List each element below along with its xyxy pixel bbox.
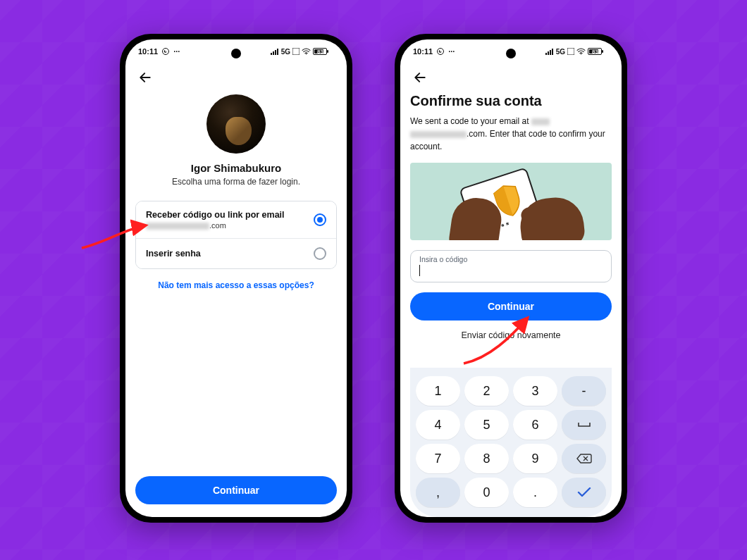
- svg-point-14: [581, 54, 581, 54]
- svg-rect-11: [550, 50, 551, 55]
- no-access-link[interactable]: Não tem mais acesso a essas opções?: [135, 280, 337, 290]
- status-more-icon: ···: [448, 47, 455, 56]
- arrow-left-icon: [413, 70, 427, 85]
- option-password-title: Inserir senha: [146, 249, 201, 259]
- space-icon: [577, 421, 591, 428]
- svg-rect-10: [548, 51, 549, 55]
- whatsapp-icon: [161, 47, 170, 56]
- key-7[interactable]: 7: [416, 444, 460, 473]
- status-more-icon: ···: [173, 47, 180, 56]
- code-input[interactable]: [419, 263, 603, 276]
- login-options: Receber código ou link por email .com In…: [135, 201, 337, 269]
- signal-bars-icon: [545, 48, 554, 55]
- svg-rect-9: [545, 53, 547, 55]
- key-0[interactable]: 0: [464, 478, 509, 507]
- toolbar: [125, 63, 347, 92]
- code-input-label: Insira o código: [419, 255, 603, 263]
- option-email-address: .com: [146, 221, 285, 230]
- confirmation-illustration: *****: [410, 163, 612, 240]
- signal-bars-icon: [271, 48, 279, 55]
- option-email-code[interactable]: Receber código ou link por email .com: [136, 201, 336, 238]
- continue-button[interactable]: Continuar: [410, 292, 612, 321]
- status-time: 10:11: [413, 47, 433, 56]
- key-8[interactable]: 8: [464, 444, 509, 473]
- back-button[interactable]: [410, 68, 430, 87]
- key-5[interactable]: 5: [464, 410, 509, 440]
- key-2[interactable]: 2: [464, 376, 509, 406]
- toolbar: [400, 63, 622, 92]
- battery-icon: 83: [588, 48, 609, 55]
- svg-point-6: [306, 54, 307, 54]
- key-comma[interactable]: ,: [416, 478, 460, 507]
- whatsapp-icon: [436, 47, 445, 56]
- network-label: 5G: [556, 48, 565, 56]
- battery-icon: 83: [313, 48, 334, 55]
- wifi-icon: [576, 48, 586, 55]
- phone-left-screen: 10:11 ··· 5G 83: [125, 39, 347, 517]
- key-6[interactable]: 6: [513, 410, 557, 440]
- continue-button[interactable]: Continuar: [135, 476, 337, 504]
- phone-right: 10:11 ··· 5G 83: [395, 34, 627, 523]
- key-enter[interactable]: [562, 478, 606, 507]
- page-description: We sent a code to your email at .com. En…: [410, 115, 612, 153]
- wifi-icon: [302, 48, 311, 55]
- status-time: 10:11: [138, 47, 158, 56]
- key-dash[interactable]: -: [562, 376, 606, 406]
- network-label: 5G: [281, 48, 290, 56]
- key-9[interactable]: 9: [513, 444, 557, 473]
- backspace-icon: [576, 454, 592, 463]
- svg-rect-5: [292, 48, 300, 55]
- option-email-title: Receber código ou link por email: [146, 210, 285, 220]
- avatar: [206, 94, 266, 154]
- key-4[interactable]: 4: [416, 410, 460, 440]
- key-space[interactable]: [562, 410, 606, 440]
- numeric-keypad: 1 2 3 - 4 5 6 7 8: [410, 368, 612, 517]
- phone-right-screen: 10:11 ··· 5G 83: [400, 39, 622, 517]
- volte-icon: [567, 48, 574, 55]
- front-camera: [506, 49, 516, 58]
- arrow-left-icon: [138, 70, 152, 85]
- svg-point-0: [163, 49, 169, 55]
- page-title: Confirme sua conta: [410, 93, 612, 109]
- check-icon: [577, 487, 591, 497]
- option-password[interactable]: Inserir senha: [136, 238, 336, 268]
- back-button[interactable]: [135, 68, 155, 87]
- front-camera: [231, 49, 241, 58]
- svg-rect-2: [273, 51, 274, 55]
- radio-unselected-icon[interactable]: [314, 247, 326, 260]
- user-name: Igor Shimabukuro: [191, 162, 281, 174]
- key-backspace[interactable]: [562, 444, 606, 473]
- svg-rect-4: [277, 49, 278, 55]
- key-dot[interactable]: .: [513, 478, 557, 507]
- svg-rect-3: [275, 50, 276, 55]
- radio-selected-icon[interactable]: [314, 213, 326, 226]
- login-subtitle: Escolha uma forma de fazer login.: [172, 177, 300, 187]
- svg-point-8: [438, 49, 444, 55]
- svg-rect-1: [271, 53, 272, 55]
- svg-rect-12: [552, 49, 553, 55]
- svg-rect-13: [567, 48, 574, 55]
- key-3[interactable]: 3: [513, 376, 557, 406]
- resend-code-link[interactable]: Enviar código novamente: [410, 330, 612, 340]
- code-input-container[interactable]: Insira o código: [410, 250, 612, 282]
- key-1[interactable]: 1: [416, 376, 460, 406]
- volte-icon: [292, 48, 300, 55]
- phone-left: 10:11 ··· 5G 83: [120, 34, 352, 523]
